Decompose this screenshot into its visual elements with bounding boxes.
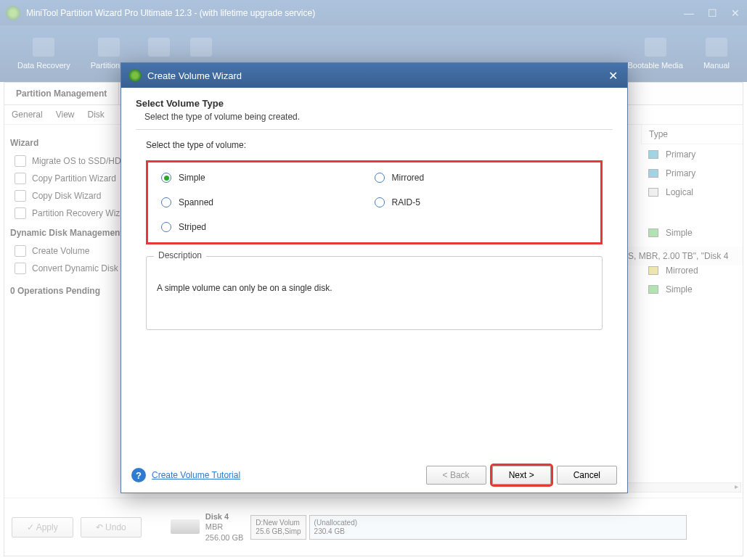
menu-disk[interactable]: Disk	[88, 110, 105, 120]
radio-simple[interactable]: Simple	[161, 173, 375, 183]
disk-info[interactable]: Disk 4 MBR 256.00 GB	[171, 511, 244, 543]
radio-icon	[161, 197, 171, 207]
dialog-close-icon[interactable]: ✕	[605, 68, 620, 83]
radio-mirrored[interactable]: Mirrored	[375, 173, 588, 183]
minimize-icon[interactable]: —	[683, 7, 695, 19]
disk-hardware-icon	[171, 519, 200, 534]
radio-icon	[161, 222, 171, 232]
help-icon[interactable]: ?	[131, 468, 146, 482]
close-icon[interactable]: ✕	[730, 7, 741, 19]
swatch-icon	[648, 228, 658, 237]
list-row[interactable]: Primary	[641, 145, 743, 164]
partition-block[interactable]: D:New Volum25.6 GB,Simp	[250, 515, 306, 540]
divider	[136, 129, 613, 130]
next-button[interactable]: Next >	[492, 466, 551, 485]
partition-recovery-icon	[98, 38, 120, 57]
swatch-icon	[648, 169, 658, 178]
convert-icon	[15, 263, 26, 274]
tab-partition-management[interactable]: Partition Management	[4, 83, 119, 104]
disk-row-label[interactable]: SAS, MBR, 2.00 TB", "Disk 4	[612, 247, 743, 265]
undo-button[interactable]: ↶ Undo	[81, 517, 142, 538]
copy-disk-icon	[15, 190, 26, 202]
swatch-icon	[648, 150, 658, 159]
toolbar-data-recovery[interactable]: Data Recovery	[7, 34, 81, 73]
radio-icon	[375, 197, 385, 207]
book-icon	[706, 38, 727, 57]
bottom-bar: ✓ Apply ↶ Undo Disk 4 MBR 256.00 GB D:Ne…	[4, 498, 743, 556]
description-group: Description A simple volume can only be …	[146, 256, 603, 330]
usb-icon	[645, 38, 666, 57]
create-volume-wizard-dialog: Create Volume Wizard ✕ Select Volume Typ…	[121, 62, 628, 493]
volume-type-radio-group: Simple Mirrored Spanned RAID-5 Striped	[146, 160, 603, 244]
create-volume-icon	[15, 245, 26, 257]
toolbar-manual[interactable]: Manual	[693, 34, 740, 73]
cancel-button[interactable]: Cancel	[557, 466, 617, 485]
app-titlebar: MiniTool Partition Wizard Pro Ultimate 1…	[0, 0, 747, 25]
back-button[interactable]: < Back	[426, 466, 486, 485]
app-title: MiniTool Partition Wizard Pro Ultimate 1…	[26, 8, 683, 18]
list-row[interactable]: Primary	[641, 164, 743, 183]
list-row[interactable]: Logical	[641, 183, 743, 202]
swatch-icon	[648, 285, 658, 294]
migrate-icon	[15, 155, 26, 167]
app-logo-icon	[6, 6, 20, 20]
dialog-logo-icon	[128, 69, 142, 82]
column-header-type[interactable]: Type	[641, 125, 743, 144]
description-text: A simple volume can only be on a single …	[157, 283, 592, 293]
radio-raid5[interactable]: RAID-5	[375, 197, 588, 207]
disk-icon	[148, 38, 170, 57]
swatch-icon	[648, 188, 658, 197]
radio-icon	[375, 173, 385, 183]
recovery-icon	[15, 207, 26, 219]
hdd-recovery-icon	[33, 38, 54, 57]
menu-view[interactable]: View	[56, 110, 75, 120]
type-list: Primary Primary Logical SAS, MBR, 2.00 T…	[641, 145, 743, 299]
swatch-icon	[648, 266, 658, 275]
dialog-prompt: Select the type of volume:	[146, 140, 613, 150]
toolbar-bootable-media[interactable]: Bootable Media	[617, 34, 693, 73]
dialog-title: Create Volume Wizard	[147, 70, 605, 81]
dialog-titlebar: Create Volume Wizard ✕	[121, 63, 627, 88]
partition-block-unallocated[interactable]: (Unallocated)230.4 GB	[309, 515, 687, 540]
benchmark-icon	[190, 38, 212, 57]
menu-general[interactable]: General	[12, 110, 43, 120]
tutorial-link[interactable]: Create Volume Tutorial	[152, 470, 240, 480]
dialog-subheading: Select the type of volume being created.	[136, 112, 613, 122]
radio-icon	[161, 173, 171, 183]
radio-striped[interactable]: Striped	[161, 222, 375, 232]
apply-button[interactable]: ✓ Apply	[12, 517, 73, 538]
dialog-footer: ? Create Volume Tutorial < Back Next > C…	[121, 458, 627, 493]
maximize-icon[interactable]: ☐	[706, 7, 718, 19]
radio-spanned[interactable]: Spanned	[161, 197, 375, 207]
copy-partition-icon	[15, 173, 26, 184]
description-legend: Description	[154, 250, 206, 260]
list-row[interactable]: Simple	[641, 223, 743, 242]
list-row[interactable]: Simple	[641, 280, 743, 299]
dialog-heading: Select Volume Type	[136, 98, 613, 109]
